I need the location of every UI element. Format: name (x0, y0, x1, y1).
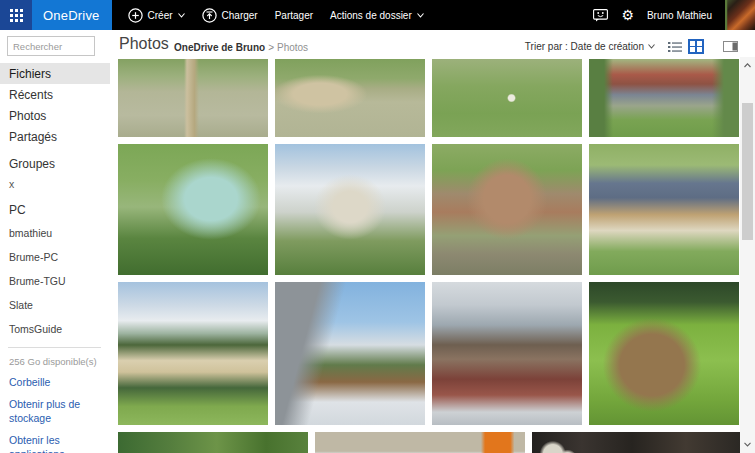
upload-button[interactable]: Charger (202, 8, 258, 23)
upload-label: Charger (222, 10, 258, 21)
tile-icon-square (690, 41, 695, 46)
breadcrumb-root[interactable]: OneDrive de Bruno (174, 42, 265, 53)
sidebar-nav: Fichiers Récents Photos Partagés (0, 63, 110, 147)
feedback-smiley-icon (593, 9, 608, 22)
get-more-storage-link[interactable]: Obtenir plus de stockage (0, 391, 104, 427)
photo-grid (118, 59, 740, 453)
photo-row (118, 144, 740, 275)
list-view-button[interactable] (668, 41, 682, 53)
sidebar-groups-header[interactable]: Groupes (0, 153, 110, 175)
folder-actions-label: Actions de dossier (330, 10, 412, 21)
photo-thumbnail[interactable] (275, 144, 425, 275)
photo-row (118, 282, 740, 425)
upload-circle-icon (202, 8, 217, 23)
folder-actions-button[interactable]: Actions de dossier (330, 10, 424, 21)
sort-by-dropdown[interactable]: Trier par : Date de création (525, 41, 644, 52)
main-content: Photos OneDrive de Bruno>Photos Trier pa… (110, 30, 755, 453)
sidebar-pc-brume-pc[interactable]: Brume-PC (0, 245, 110, 269)
settings-gear-icon[interactable]: ⚙ (621, 8, 634, 22)
page-title: Photos (119, 35, 169, 53)
photo-thumbnail[interactable] (432, 144, 582, 275)
sidebar-item-files[interactable]: Fichiers (0, 63, 110, 84)
tile-icon-square (690, 47, 695, 52)
scroll-up-arrow[interactable] (740, 59, 755, 72)
user-name[interactable]: Bruno Mathieu (647, 10, 712, 21)
feedback-button[interactable] (593, 9, 608, 22)
photo-thumbnail[interactable] (589, 282, 739, 425)
sidebar-pc-slate[interactable]: Slate (0, 293, 110, 317)
vertical-scrollbar[interactable] (740, 57, 755, 453)
tile-view-button-selected[interactable] (688, 39, 704, 54)
chevron-down-icon (417, 13, 424, 18)
photo-thumbnail[interactable] (275, 282, 425, 425)
user-avatar[interactable] (725, 0, 755, 30)
tile-icon-square (697, 41, 702, 46)
photo-thumbnail[interactable] (118, 282, 268, 425)
sidebar-item-shared[interactable]: Partagés (0, 126, 110, 147)
sidebar-pc-tomsguide[interactable]: TomsGuide (0, 317, 110, 341)
details-pane-button[interactable] (723, 41, 738, 52)
photo-thumbnail[interactable] (432, 282, 582, 425)
sidebar-item-photos[interactable]: Photos (0, 105, 110, 126)
details-pane-icon (723, 41, 738, 52)
search-input[interactable] (7, 36, 95, 56)
photo-row (118, 59, 740, 137)
photo-thumbnail[interactable] (118, 59, 268, 137)
sidebar-pc-header[interactable]: PC (0, 199, 110, 221)
share-button[interactable]: Partager (275, 10, 313, 21)
breadcrumb-current: Photos (277, 42, 308, 53)
photo-thumbnail[interactable] (275, 59, 425, 137)
view-controls: Trier par : Date de création (525, 39, 738, 54)
create-label: Créer (148, 10, 173, 21)
photo-thumbnail[interactable] (118, 144, 268, 275)
topbar-right: ⚙ Bruno Mathieu (593, 0, 755, 30)
photo-thumbnail[interactable] (589, 59, 739, 137)
app-launcher-button[interactable] (0, 0, 32, 30)
onedrive-logo[interactable]: OneDrive (32, 0, 112, 30)
left-sidebar: Fichiers Récents Photos Partagés Groupes… (0, 30, 110, 453)
sidebar-pc-bmathieu[interactable]: bmathieu (0, 221, 110, 245)
recycle-bin-link[interactable]: Corbeille (0, 369, 104, 391)
tile-icon-square (697, 47, 702, 52)
sidebar-group-x[interactable]: x (0, 175, 110, 193)
share-label: Partager (275, 10, 313, 21)
breadcrumb: OneDrive de Bruno>Photos (174, 42, 308, 53)
storage-available-text: 256 Go disponible(s) (0, 348, 110, 369)
topbar-menu: Créer Charger Partager Actions de dossie… (128, 0, 424, 30)
scrollbar-thumb[interactable] (742, 103, 753, 240)
photo-thumbnail[interactable] (532, 432, 740, 453)
breadcrumb-separator: > (268, 42, 274, 53)
waffle-grid-icon (10, 9, 23, 22)
chevron-down-icon (178, 13, 185, 18)
list-view-icon (668, 41, 682, 53)
photo-thumbnail[interactable] (432, 59, 582, 137)
photo-thumbnail[interactable] (589, 144, 739, 275)
sidebar-pc-brume-tgu[interactable]: Brume-TGU (0, 269, 110, 293)
photo-row (118, 432, 740, 453)
chevron-down-icon[interactable] (648, 44, 655, 49)
scroll-down-arrow[interactable] (740, 438, 755, 451)
top-app-bar: OneDrive Créer Charger Partager (0, 0, 755, 30)
plus-circle-icon (128, 8, 143, 23)
photo-thumbnail[interactable] (315, 432, 525, 453)
create-button[interactable]: Créer (128, 8, 185, 23)
sidebar-item-recent[interactable]: Récents (0, 84, 110, 105)
get-onedrive-apps-link[interactable]: Obtenir les applications OneDrive (0, 427, 104, 453)
photo-thumbnail[interactable] (118, 432, 308, 453)
